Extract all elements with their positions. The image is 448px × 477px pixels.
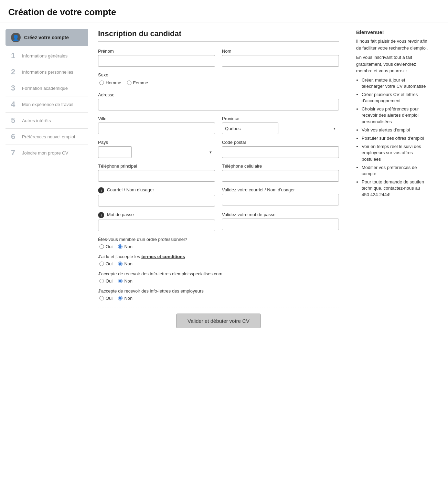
sidebar-item-informations-generales[interactable]: 1 Informations générales — [6, 48, 88, 64]
sidebar-active-item[interactable]: 👤 Créez votre compte — [6, 29, 88, 46]
femme-radio-label[interactable]: Femme — [127, 80, 148, 85]
nom-group: Nom — [222, 49, 339, 67]
ville-label: Ville — [98, 116, 215, 121]
page-header: Création de votre compte — [0, 0, 448, 22]
ordre-non-text: Non — [124, 244, 132, 249]
info-lettres-non-radio[interactable] — [118, 279, 122, 283]
right-panel-intro1: Il nous fait plaisir de vous revoir afin… — [356, 38, 428, 51]
info-lettres-employeurs-question: J'accepte de recevoir des info-lettres d… — [98, 288, 339, 294]
courriel-validate-group: Validez votre courriel / Nom d'usager — [222, 187, 339, 206]
pays-codepostal-row: Pays Canada France États-Unis Code posta… — [98, 140, 339, 158]
prenom-input[interactable] — [98, 55, 215, 67]
pays-select-wrapper: Canada France États-Unis — [98, 146, 215, 158]
sidebar-label-7: Joindre mon propre CV — [22, 150, 68, 156]
submit-row: Valider et débuter votre CV — [98, 314, 339, 328]
ville-province-row: Ville Province Québec Ontario Colombie-B… — [98, 116, 339, 134]
prenom-group: Prénom — [98, 49, 215, 67]
sidebar: 👤 Créez votre compte 1 Informations géné… — [0, 29, 88, 339]
termes-radio-group: Oui Non — [99, 261, 339, 266]
sidebar-item-experience-travail[interactable]: 4 Mon expérience de travail — [6, 96, 88, 113]
courriel-input[interactable] — [98, 195, 215, 206]
courriel-info-icon: i — [98, 187, 104, 193]
sidebar-item-informations-personnelles[interactable]: 2 Informations personnelles — [6, 64, 88, 80]
list-item: Créer plusieurs CV et lettres d'accompag… — [362, 92, 428, 104]
password-input[interactable] — [98, 220, 215, 231]
ville-group: Ville — [98, 116, 215, 134]
termes-non-label[interactable]: Non — [118, 261, 132, 266]
homme-radio-label[interactable]: Homme — [99, 80, 121, 85]
sidebar-item-joindre-cv[interactable]: 7 Joindre mon propre CV — [6, 145, 88, 161]
info-lettres-oui-label[interactable]: Oui — [99, 278, 113, 284]
pays-select[interactable]: Canada France États-Unis — [98, 146, 132, 158]
step-number-2: 2 — [11, 67, 19, 76]
ordre-radio-group: Oui Non — [99, 244, 339, 249]
adresse-input[interactable] — [98, 99, 339, 110]
ordre-oui-text: Oui — [106, 244, 113, 249]
courriel-group: i Courriel / Nom d'usager — [98, 187, 215, 206]
femme-radio[interactable] — [127, 81, 131, 85]
info-lettres-employeurs-oui-label[interactable]: Oui — [99, 296, 113, 301]
info-lettres-employeurs-oui-radio[interactable] — [99, 296, 104, 300]
password-label: i Mot de passe — [98, 212, 215, 218]
list-item: Pour toute demande de soutien technique,… — [362, 179, 428, 198]
form-bottom-divider — [98, 307, 339, 307]
tel-principal-input[interactable] — [98, 170, 215, 182]
tel-principal-label: Téléphone principal — [98, 163, 215, 169]
code-postal-group: Code postal — [222, 140, 339, 158]
femme-label: Femme — [133, 80, 148, 85]
courriel-label: i Courriel / Nom d'usager — [98, 187, 215, 193]
sidebar-label-4: Mon expérience de travail — [22, 102, 73, 107]
sidebar-label-6: Préférences nouvel emploi — [22, 134, 75, 139]
province-select[interactable]: Québec Ontario Colombie-Britannique Albe… — [222, 123, 278, 134]
form-title: Inscription du candidat — [98, 29, 339, 38]
sidebar-label-1: Informations générales — [22, 53, 67, 59]
termes-non-radio[interactable] — [118, 262, 122, 266]
homme-radio[interactable] — [99, 81, 104, 85]
adresse-label: Adresse — [98, 92, 339, 97]
ville-input[interactable] — [98, 123, 215, 134]
termes-oui-radio[interactable] — [99, 262, 104, 266]
nom-label: Nom — [222, 49, 339, 54]
sexe-radio-group: Homme Femme — [99, 80, 339, 87]
termes-oui-label[interactable]: Oui — [99, 261, 113, 266]
nom-input[interactable] — [222, 55, 339, 67]
info-lettres-question: J'accepte de recevoir des info-lettres d… — [98, 271, 339, 276]
code-postal-input[interactable] — [222, 146, 339, 158]
courriel-row: i Courriel / Nom d'usager Validez votre … — [98, 187, 339, 206]
prenom-label: Prénom — [98, 49, 215, 54]
sidebar-item-autres-interets[interactable]: 5 Autres intérêts — [6, 113, 88, 129]
info-lettres-oui-radio[interactable] — [99, 279, 104, 283]
right-panel-list: Créer, mettre à jour et télécharger votr… — [356, 77, 428, 198]
termes-link[interactable]: termes et conditions — [141, 254, 185, 259]
form-divider — [98, 41, 339, 42]
info-lettres-employeurs-non-label[interactable]: Non — [118, 296, 132, 301]
sexe-group: Sexe Homme Femme — [98, 72, 339, 87]
submit-button[interactable]: Valider et débuter votre CV — [176, 314, 261, 328]
ordre-non-radio[interactable] — [118, 244, 122, 249]
info-lettres-non-text: Non — [124, 278, 132, 284]
password-validate-input[interactable] — [222, 219, 339, 230]
sidebar-label-2: Informations personnelles — [22, 70, 73, 75]
sidebar-item-formation-academique[interactable]: 3 Formation académique — [6, 80, 88, 96]
ordre-oui-label[interactable]: Oui — [99, 244, 113, 249]
list-item: Choisir vos préférences pour recevoir de… — [362, 106, 428, 125]
pays-group: Pays Canada France États-Unis — [98, 140, 215, 158]
tel-cellulaire-input[interactable] — [222, 170, 339, 182]
info-lettres-employeurs-non-radio[interactable] — [118, 296, 122, 300]
tel-principal-group: Téléphone principal — [98, 163, 215, 182]
courriel-validate-input[interactable] — [222, 194, 339, 205]
info-lettres-non-label[interactable]: Non — [118, 278, 132, 284]
step-number-7: 7 — [11, 148, 19, 157]
pays-label: Pays — [98, 140, 215, 145]
list-item: Postuler sur des offres d'emploi — [362, 135, 428, 141]
ordre-non-label[interactable]: Non — [118, 244, 132, 249]
step-number-6: 6 — [11, 132, 19, 141]
tel-cellulaire-group: Téléphone cellulaire — [222, 163, 339, 182]
password-validate-label: Validez votre mot de passe — [222, 212, 339, 217]
termes-non-text: Non — [124, 261, 132, 266]
list-item: Voir en temps réel le suivi des employeu… — [362, 144, 428, 162]
ordre-oui-radio[interactable] — [99, 244, 104, 249]
province-label: Province — [222, 116, 339, 121]
sexe-label: Sexe — [98, 72, 339, 77]
sidebar-item-preferences-emploi[interactable]: 6 Préférences nouvel emploi — [6, 129, 88, 145]
